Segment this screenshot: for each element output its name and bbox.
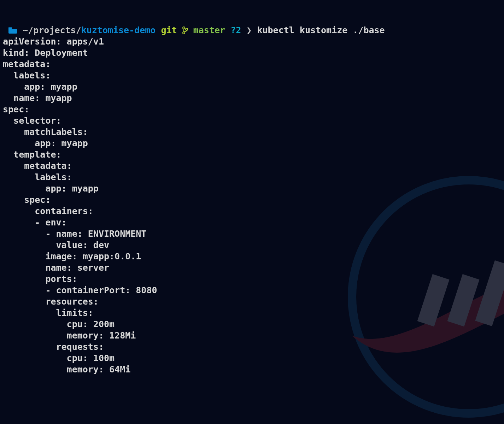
output-line: containers:	[3, 206, 501, 217]
output-line: matchLabels:	[3, 126, 501, 138]
git-label: git	[161, 25, 177, 35]
output-line: labels:	[3, 70, 501, 81]
output-line: metadata:	[3, 59, 501, 70]
output-line: spec:	[3, 104, 501, 115]
output-line: app: myapp	[3, 138, 501, 149]
svg-point-4	[183, 27, 185, 29]
output-line: cpu: 100m	[3, 353, 501, 364]
output-line: kind: Deployment	[3, 47, 501, 59]
output-line: app: myapp	[3, 183, 501, 194]
prompt-path-prefix: ~/projects/	[23, 25, 81, 35]
output-line: app: myapp	[3, 81, 501, 93]
svg-point-5	[183, 32, 185, 34]
output-line: labels:	[3, 172, 501, 183]
output-line: resources:	[3, 296, 501, 307]
output-line: metadata:	[3, 160, 501, 172]
output-line: name: server	[3, 262, 501, 273]
output-line: apiVersion: apps/v1	[3, 36, 501, 47]
terminal-window[interactable]: ~/projects/kuztomise-demo git master ?2 …	[0, 0, 504, 389]
output-line: limits:	[3, 307, 501, 319]
output-line: cpu: 200m	[3, 319, 501, 330]
output-line: requests:	[3, 341, 501, 353]
output-line: image: myapp:0.0.1	[3, 251, 501, 262]
prompt-arrow-icon: ❯	[246, 25, 252, 35]
command-input[interactable]: kubectl kustomize ./base	[257, 25, 385, 35]
output-line: name: myapp	[3, 93, 501, 104]
output-line: ports:	[3, 273, 501, 285]
git-status: ?2	[230, 25, 241, 35]
output-line: selector:	[3, 115, 501, 126]
branch-icon	[182, 25, 188, 35]
output-line: - containerPort: 8080	[3, 285, 501, 296]
output-line: template:	[3, 149, 501, 160]
output-line: value: dev	[3, 240, 501, 251]
command-output: apiVersion: apps/v1kind: Deploymentmetad…	[3, 36, 501, 375]
svg-point-6	[186, 28, 188, 30]
output-line: memory: 128Mi	[3, 330, 501, 341]
git-branch: master	[193, 25, 225, 35]
prompt-path-dir: kuztomise-demo	[81, 25, 156, 35]
output-line: - env:	[3, 217, 501, 228]
prompt-line[interactable]: ~/projects/kuztomise-demo git master ?2 …	[3, 25, 501, 36]
output-line: memory: 64Mi	[3, 364, 501, 375]
output-line: - name: ENVIRONMENT	[3, 228, 501, 240]
output-line: spec:	[3, 194, 501, 206]
folder-icon	[8, 25, 17, 35]
